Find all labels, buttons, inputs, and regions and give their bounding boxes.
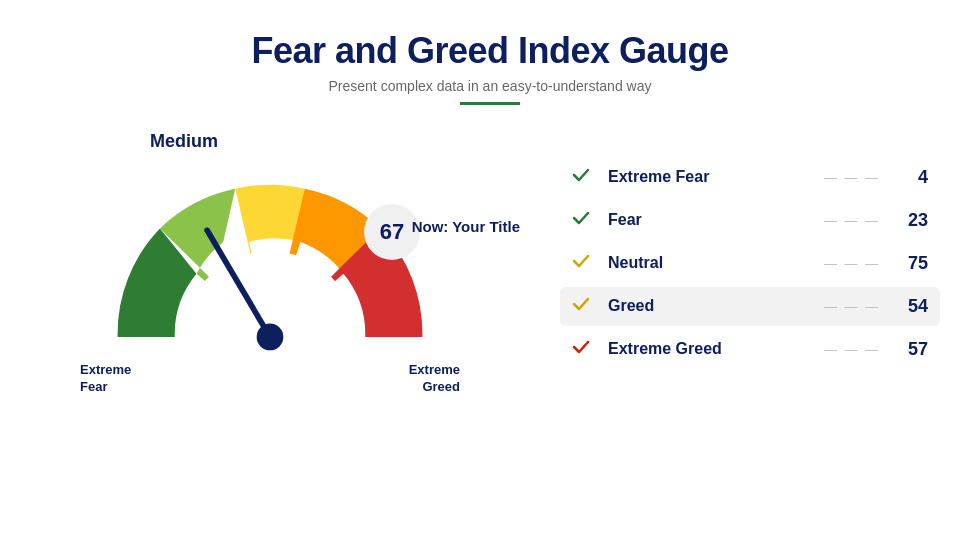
row-dots: — — — <box>812 213 892 228</box>
row-label: Fear <box>608 211 812 229</box>
gauge-label-right: Extreme Greed <box>409 362 460 396</box>
row-dots: — — — <box>812 342 892 357</box>
row-dots: — — — <box>812 170 892 185</box>
gauge-needle-base <box>257 324 284 351</box>
now-label: Now: Your Title <box>412 218 520 235</box>
page-header: Fear and Greed Index Gauge Present compl… <box>251 30 728 105</box>
row-label: Neutral <box>608 254 812 272</box>
row-label: Extreme Fear <box>608 168 812 186</box>
page-title: Fear and Greed Index Gauge <box>251 30 728 72</box>
table-row: Neutral— — —75 <box>560 244 940 283</box>
gauge-bottom-labels: Extreme Fear Extreme Greed <box>80 362 460 396</box>
table-row: Fear— — —23 <box>560 201 940 240</box>
check-icon <box>572 338 594 361</box>
gauge-label-left: Extreme Fear <box>80 362 131 396</box>
gauge-wrapper: 67 Now: Your Title <box>80 156 460 356</box>
check-icon <box>572 295 594 318</box>
row-label: Greed <box>608 297 812 315</box>
table-section: Extreme Fear— — —4Fear— — —23Neutral— — … <box>560 158 940 369</box>
row-dots: — — — <box>812 256 892 271</box>
row-value: 23 <box>892 210 928 231</box>
gauge-value: 67 <box>380 219 404 245</box>
row-dots: — — — <box>812 299 892 314</box>
page-subtitle: Present complex data in an easy-to-under… <box>251 78 728 94</box>
row-value: 75 <box>892 253 928 274</box>
subtitle-underline <box>460 102 520 105</box>
gauge-section: Medium <box>40 131 500 396</box>
check-icon <box>572 209 594 232</box>
table-row: Extreme Greed— — —57 <box>560 330 940 369</box>
check-icon <box>572 252 594 275</box>
medium-label: Medium <box>150 131 218 152</box>
row-value: 57 <box>892 339 928 360</box>
row-value: 54 <box>892 296 928 317</box>
row-label: Extreme Greed <box>608 340 812 358</box>
table-row: Greed— — —54 <box>560 287 940 326</box>
check-icon <box>572 166 594 189</box>
row-value: 4 <box>892 167 928 188</box>
table-row: Extreme Fear— — —4 <box>560 158 940 197</box>
main-content: Medium <box>40 131 940 396</box>
